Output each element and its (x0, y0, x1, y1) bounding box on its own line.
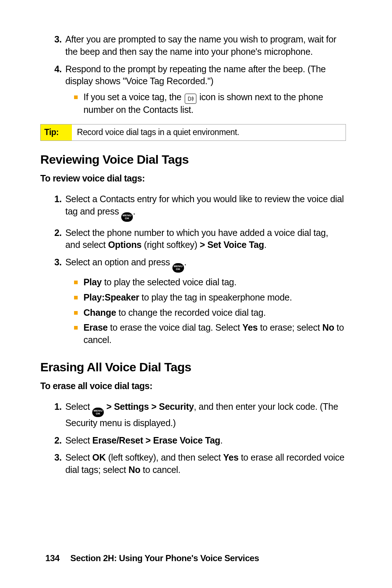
review-options: Play to play the selected voice dial tag… (65, 276, 345, 346)
step-number: 1. (47, 193, 62, 205)
section-title: Section 2H: Using Your Phone's Voice Ser… (70, 553, 259, 563)
step-text: After you are prompted to say the name y… (65, 34, 336, 57)
tip-text: Record voice dial tags in a quiet enviro… (72, 124, 346, 140)
page-number: 134 (45, 553, 60, 563)
step-4: 4. Respond to the prompt by repeating th… (45, 63, 345, 116)
lead-reviewing: To review voice dial tags: (40, 173, 345, 184)
voice-tag-icon (185, 94, 196, 104)
menu-ok-icon: MENUOK (92, 408, 104, 417)
reviewing-steps: 1. Select a Contacts entry for which you… (45, 193, 345, 346)
step-number: 3. (47, 33, 62, 46)
step-number: 3. (47, 452, 62, 464)
erase-step-1: 1. Select MENUOK > Settings > Security, … (45, 401, 345, 429)
lead-erasing: To erase all voice dial tags: (40, 381, 345, 391)
tip-label: Tip: (41, 124, 72, 140)
voice-tag-icon-note: If you set a voice tag, the icon is show… (83, 91, 345, 116)
option-erase: Erase to erase the voice dial tag. Selec… (83, 322, 345, 346)
step-number: 4. (47, 63, 62, 75)
erase-step-2: 2. Select Erase/Reset > Erase Voice Tag. (45, 434, 345, 447)
review-step-1: 1. Select a Contacts entry for which you… (45, 193, 345, 222)
option-play-speaker: Play:Speaker to play the tag in speakerp… (83, 291, 345, 304)
step-number: 1. (47, 401, 62, 413)
option-change: Change to change the recorded voice dial… (83, 307, 345, 319)
review-step-3: 3. Select an option and press MENUOK. Pl… (45, 256, 345, 346)
heading-reviewing: Reviewing Voice Dial Tags (40, 152, 345, 167)
step-text: Respond to the prompt by repeating the n… (65, 64, 326, 86)
erasing-steps: 1. Select MENUOK > Settings > Security, … (45, 401, 345, 476)
manual-page: 3. After you are prompted to say the nam… (0, 0, 392, 588)
step-3: 3. After you are prompted to say the nam… (45, 33, 345, 58)
erase-step-3: 3. Select OK (left softkey), and then se… (45, 452, 345, 476)
menu-ok-icon: MENUOK (172, 263, 184, 273)
review-step-2: 2. Select the phone number to which you … (45, 227, 345, 252)
step-4-sublist: If you set a voice tag, the icon is show… (65, 91, 345, 116)
step-number: 3. (47, 256, 62, 269)
step-number: 2. (47, 227, 62, 239)
heading-erasing: Erasing All Voice Dial Tags (40, 360, 345, 374)
programming-steps-continued: 3. After you are prompted to say the nam… (45, 33, 345, 116)
step-number: 2. (47, 434, 62, 447)
menu-ok-icon: MENUOK (121, 212, 133, 222)
tip-box: Tip: Record voice dial tags in a quiet e… (40, 124, 346, 141)
page-footer: 134Section 2H: Using Your Phone's Voice … (45, 553, 259, 563)
option-play: Play to play the selected voice dial tag… (83, 276, 345, 289)
